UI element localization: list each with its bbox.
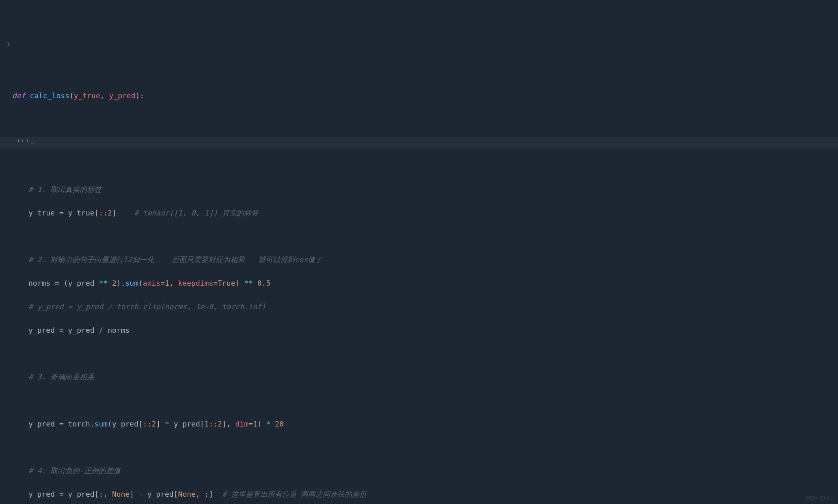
- code-line: y_true = y_true[::2] # tensor([1, 0, 1])…: [12, 207, 838, 219]
- code-editor[interactable]: def calc_loss(y_true, y_pred): '''… # 1.…: [12, 78, 838, 504]
- code-line-blank: [12, 113, 838, 125]
- code-line-comment: # 2. 对输出的句子向量进行l2归一化 后面只需要对应为相乘 就可以得到cos…: [12, 254, 838, 266]
- code-line: y_pred = y_pred / norms: [12, 325, 838, 336]
- fold-ellipsis-icon[interactable]: …: [31, 139, 34, 146]
- keyword-def: def: [12, 91, 26, 100]
- docstring-marker: ''': [16, 138, 30, 146]
- editor-gutter: ❯: [0, 30, 8, 49]
- code-line-docstring: '''…: [0, 137, 838, 149]
- code-line-blank: [12, 395, 838, 407]
- code-line: norms = (y_pred ** 2).sum(axis=1, keepdi…: [12, 278, 838, 289]
- code-line-def: def calc_loss(y_true, y_pred):: [12, 90, 838, 102]
- code-line-blank: [12, 442, 838, 454]
- code-line: y_pred = y_pred[:, None] - y_pred[None, …: [12, 489, 838, 500]
- inline-comment: # tensor([1, 0, 1]) 真实的标签: [134, 209, 259, 217]
- watermark-text: CSDN @0 -> 1: [806, 495, 833, 502]
- param-y-pred: y_pred: [109, 91, 135, 100]
- code-line-blank: [12, 230, 838, 242]
- code-line-comment: # y_pred = y_pred / torch.clip(norms, 1e…: [12, 301, 838, 313]
- code-line-comment: # 3. 奇偶向量相乘: [12, 371, 838, 383]
- code-line-comment: # 4. 取出负例-正例的差值: [12, 465, 838, 477]
- code-line-blank: [12, 160, 838, 172]
- code-line: y_pred = torch.sum(y_pred[::2] * y_pred[…: [12, 418, 838, 430]
- inline-comment: # 这里是算出所有位置 两两之间余弦的差值: [222, 490, 367, 498]
- code-line-comment: # 1. 取出真实的标签: [12, 184, 838, 196]
- comment-text: # 1. 取出真实的标签: [28, 185, 102, 194]
- param-y-true: y_true: [74, 91, 100, 100]
- fold-marker-icon[interactable]: ❯: [7, 41, 10, 47]
- code-line-blank: [12, 348, 838, 360]
- function-name: calc_loss: [30, 91, 69, 100]
